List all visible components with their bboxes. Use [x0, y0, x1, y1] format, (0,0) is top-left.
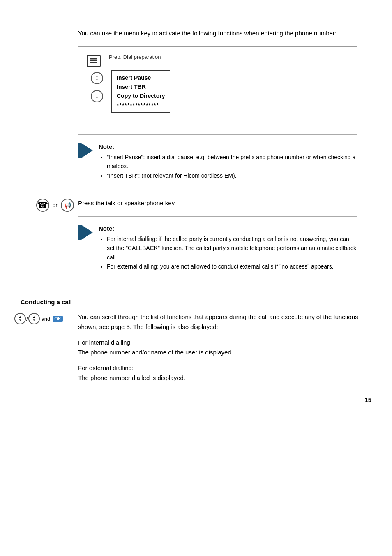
conducting-internal: For internal dialling: The phone number …: [78, 338, 371, 357]
note2-list: For internal dialling: if the called par…: [99, 234, 357, 271]
talk-action-text: Press the talk or speakerphone key.: [78, 199, 176, 208]
note1-bullet-2: "Insert TBR": (not relevant for Hicom co…: [107, 171, 357, 180]
menu-key-icon: [87, 55, 101, 67]
conducting-description-area: You can scroll through the list of funct…: [78, 312, 371, 389]
note-arrow-2: [78, 225, 93, 240]
prep-label: Prep. Dial preparation: [109, 54, 161, 60]
page-number: 15: [364, 396, 371, 403]
menu-item-insert-tbr: Insert TBR: [117, 82, 165, 91]
internal-heading: For internal dialling:: [78, 339, 132, 346]
talk-row: ☎ or 📢 Press the talk or speakerphone ke…: [78, 199, 371, 208]
svg-rect-2: [90, 62, 97, 63]
svg-rect-0: [90, 58, 97, 60]
note1-list: "Insert Pause": insert a dial pause, e.g…: [99, 153, 357, 180]
note-block-2: Note: For internal dialling: if the call…: [78, 225, 357, 271]
conducting-description: You can scroll through the list of funct…: [78, 312, 371, 332]
nav-scroll-icon-1: [91, 72, 103, 84]
divider-3: [78, 216, 357, 217]
note1-bullet-1: "Insert Pause": insert a dial pause, e.g…: [107, 153, 357, 171]
speakerphone-icon: 📢: [61, 199, 74, 212]
conducting-row: ▲ ▼ / ▲ ▼ and OK You can scroll through …: [78, 312, 371, 389]
note-block-1: Note: "Insert Pause": insert a dial paus…: [78, 143, 357, 180]
conducting-scroll-icon-2: ▲ ▼: [28, 313, 40, 324]
ok-badge: OK: [53, 316, 63, 322]
svg-rect-1: [90, 60, 97, 61]
conducting-scroll-icon-1: ▲ ▼: [14, 313, 26, 324]
intro-text: You can use the menu key to activate the…: [78, 29, 371, 38]
external-heading: For external dialling:: [78, 364, 134, 371]
note2-bullet-1: For internal dialling: if the called par…: [107, 234, 357, 262]
conducting-section-header: Conducting a call: [78, 299, 371, 306]
menu-item-asterisks: ****************: [117, 101, 165, 110]
divider-4: [78, 281, 357, 281]
conducting-external: For external dialling: The phone number …: [78, 363, 371, 383]
menu-item-insert-pause: Insert Pause: [117, 73, 165, 82]
note-arrow-1: [78, 143, 93, 158]
menu-dropdown: Insert Pause Insert TBR Copy to Director…: [111, 70, 170, 113]
menu-item-copy-to-directory: Copy to Directory: [117, 91, 165, 100]
conducting-section-title: Conducting a call: [21, 299, 72, 306]
note2-bullet-2: For external dialling: you are not allow…: [107, 262, 357, 271]
divider-2: [78, 190, 357, 190]
menu-screenshot-box: Prep. Dial preparation Insert Pause: [78, 46, 357, 122]
conducting-icons: ▲ ▼ / ▲ ▼ and OK: [14, 313, 63, 324]
and-text: and: [42, 316, 51, 322]
note1-title: Note:: [99, 143, 357, 150]
internal-text: The phone number and/or name of the user…: [78, 349, 233, 356]
or-text: or: [53, 202, 58, 208]
external-text: The phone number dialled is displayed.: [78, 374, 185, 381]
divider-1: [78, 134, 357, 135]
talk-icons: ☎ or 📢: [14, 199, 74, 212]
note2-title: Note:: [99, 225, 357, 232]
talk-phone-icon: ☎: [36, 199, 49, 212]
nav-scroll-icon-2: [91, 90, 103, 102]
